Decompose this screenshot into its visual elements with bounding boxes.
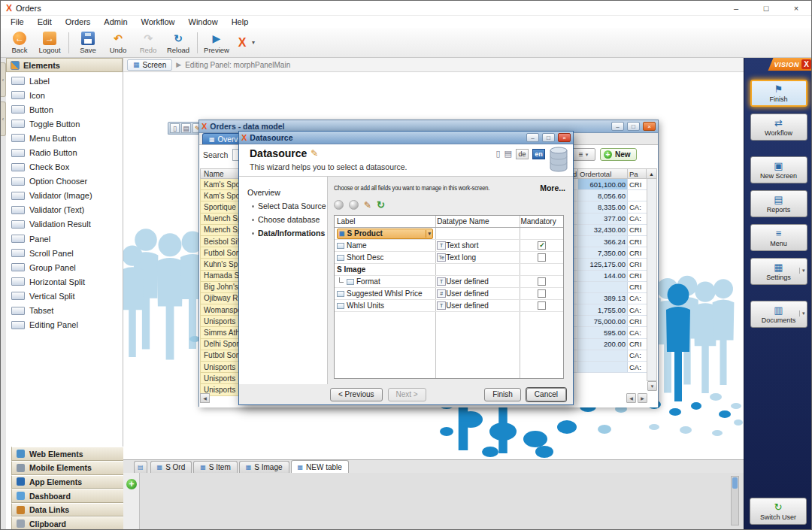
- trash-icon[interactable]: ▯: [496, 149, 501, 159]
- field-row[interactable]: ▦ Suggested Whlsl Price ▾ Suggested Whls…: [335, 288, 563, 300]
- field-row[interactable]: ▦ Whlsl Units ▾ Whlsl Units: [335, 300, 563, 312]
- column-header-ordertotal[interactable]: Ordertotal: [578, 168, 628, 179]
- more-link[interactable]: More...: [540, 183, 565, 192]
- bottom-tab[interactable]: ▦ NEW table: [291, 460, 349, 473]
- element-palette-item[interactable]: Validation Result: [6, 217, 123, 232]
- previous-button[interactable]: < Previous: [330, 388, 383, 401]
- menu-item[interactable]: File: [4, 17, 31, 27]
- menu-item[interactable]: Edit: [31, 17, 59, 27]
- table-row[interactable]: 366.24 CRI: [571, 236, 647, 247]
- scroll-up-arrow[interactable]: ▲: [647, 168, 657, 179]
- mandatory-checkbox[interactable]: [538, 241, 546, 250]
- wizard-step[interactable]: Overview: [239, 186, 327, 199]
- minimize-button[interactable]: –: [611, 122, 624, 131]
- scroll-left-arrow[interactable]: ◀: [626, 393, 636, 403]
- finish-button[interactable]: Finish: [484, 388, 521, 401]
- palette-section-header[interactable]: Clipboard: [11, 516, 129, 530]
- wizard-step[interactable]: Choose database: [239, 213, 327, 226]
- mandatory-checkbox[interactable]: [538, 289, 546, 298]
- element-palette-item[interactable]: Editing Panel: [6, 318, 123, 332]
- sidebar-button[interactable]: ▥ Documents ▾: [750, 301, 807, 328]
- table-row[interactable]: CA:: [571, 362, 647, 373]
- scroll-left-arrow[interactable]: ◀: [200, 393, 210, 403]
- table-row[interactable]: 601,100.00 CRI: [571, 179, 647, 190]
- element-palette-item[interactable]: Icon: [6, 88, 123, 102]
- table-row[interactable]: 125,175.00 CRI: [571, 259, 647, 270]
- chevron-down-icon[interactable]: ▾: [252, 39, 255, 46]
- elements-panel-header[interactable]: Elements: [6, 58, 123, 72]
- column-header-pa[interactable]: Pa: [628, 168, 647, 179]
- mandatory-checkbox[interactable]: [538, 253, 546, 262]
- toolbar-button[interactable]: ▾: [68, 32, 69, 53]
- wizard-step[interactable]: Data/Informations: [239, 226, 327, 240]
- switch-user-button[interactable]: ↻ Switch User: [750, 498, 807, 525]
- maximize-button[interactable]: □: [627, 122, 640, 131]
- sidebar-button[interactable]: ⇄ Workflow ▾: [750, 114, 807, 141]
- bottom-tab[interactable]: ▦ S Ord: [150, 461, 192, 473]
- toolbar-button[interactable]: ▾: [197, 32, 198, 53]
- close-button[interactable]: ×: [558, 133, 571, 142]
- sidebar-button[interactable]: ▦ Settings ▾: [750, 258, 807, 285]
- table-row[interactable]: 8,056.60: [571, 190, 647, 201]
- new-record-button[interactable]: + New: [600, 148, 637, 161]
- add-icon[interactable]: +: [126, 479, 137, 489]
- field-row[interactable]: ▦ Name ▾ Name: [335, 240, 563, 252]
- scroll-right-arrow[interactable]: ▶: [638, 393, 647, 403]
- sidebar-button[interactable]: ▣ New Screen ▾: [750, 156, 807, 183]
- cancel-button[interactable]: Cancel: [526, 388, 566, 401]
- breadcrumb-screen-chip[interactable]: ▦ Screen: [127, 59, 172, 71]
- element-palette-item[interactable]: Check Box: [6, 160, 123, 174]
- table-row[interactable]: 377.00 CA:: [571, 214, 647, 225]
- toolbar-button[interactable]: ↷ Redo ▾: [133, 32, 163, 54]
- sidebar-button[interactable]: ▤ Reports ▾: [750, 190, 807, 217]
- field-row[interactable]: ▦ S Product ▾ S Product: [335, 228, 563, 240]
- lang-de-button[interactable]: de: [516, 149, 529, 159]
- palette-section-header[interactable]: Dashboard: [11, 489, 129, 503]
- menu-item[interactable]: Workflow: [135, 17, 182, 27]
- wizard-step[interactable]: Select Data Source: [239, 199, 327, 213]
- collapse-handle[interactable]: ‹: [1, 101, 6, 136]
- sphere-icon[interactable]: [349, 200, 359, 210]
- menu-item[interactable]: Admin: [97, 17, 134, 27]
- chevron-down-icon[interactable]: ▾: [799, 310, 805, 316]
- menu-item[interactable]: Help: [225, 17, 256, 27]
- toolbar-button[interactable]: ↶ Undo ▾: [103, 32, 133, 54]
- element-palette-item[interactable]: Vertical Split: [6, 289, 123, 303]
- menu-item[interactable]: Orders: [59, 17, 98, 27]
- copy-icon[interactable]: ▤: [181, 123, 191, 133]
- field-combobox[interactable]: ▦ S Product ▾: [337, 229, 433, 239]
- vertical-scrollbar[interactable]: [647, 179, 657, 381]
- minimize-button[interactable]: –: [526, 133, 539, 142]
- minimize-button[interactable]: –: [721, 1, 751, 16]
- element-palette-item[interactable]: Validator (Text): [6, 203, 123, 217]
- close-button[interactable]: ×: [643, 122, 656, 131]
- table-row[interactable]: 595.00 CA:: [571, 327, 647, 338]
- element-palette-item[interactable]: Label: [6, 74, 123, 88]
- sidebar-button[interactable]: ≡ Menu ▾: [750, 224, 807, 251]
- toolbar-button[interactable]: → Logout ▾: [35, 32, 65, 54]
- palette-section-header[interactable]: Mobile Elements: [11, 461, 129, 475]
- table-row[interactable]: CRI: [571, 282, 647, 293]
- table-row[interactable]: 200.00 CRI: [571, 339, 647, 350]
- refresh-icon[interactable]: ↻: [377, 199, 385, 210]
- scroll-down-arrow[interactable]: ▼: [647, 381, 657, 391]
- sphere-icon[interactable]: [334, 200, 344, 210]
- table-menu-button[interactable]: ≡ ▾: [571, 148, 595, 161]
- maximize-button[interactable]: □: [542, 133, 555, 142]
- dialog-titlebar[interactable]: X Datasource – □ ×: [239, 132, 573, 144]
- table-row[interactable]: CA:: [571, 350, 647, 362]
- tables-list-tab[interactable]: ▤: [134, 461, 147, 473]
- mandatory-checkbox[interactable]: [538, 301, 546, 310]
- element-palette-item[interactable]: Option Chooser: [6, 174, 123, 189]
- element-palette-item[interactable]: Tabset: [6, 304, 123, 318]
- sidebar-button[interactable]: ⚑ Finish ▾: [750, 80, 807, 107]
- element-palette-item[interactable]: Radio Button: [6, 145, 123, 159]
- table-row[interactable]: 1,755.00 CA:: [571, 304, 647, 316]
- toolbar-button[interactable]: ← Back ▾: [5, 32, 35, 54]
- table-row[interactable]: 75,000.00 CRI: [571, 316, 647, 327]
- table-row[interactable]: 32,430.00 CRI: [571, 225, 647, 236]
- palette-section-header[interactable]: Data Links: [11, 503, 129, 517]
- element-palette-item[interactable]: Panel: [6, 232, 123, 246]
- table-row[interactable]: 8,335.00 CA:: [571, 201, 647, 213]
- toolbar-button[interactable]: ▶ Preview ▾: [201, 32, 232, 54]
